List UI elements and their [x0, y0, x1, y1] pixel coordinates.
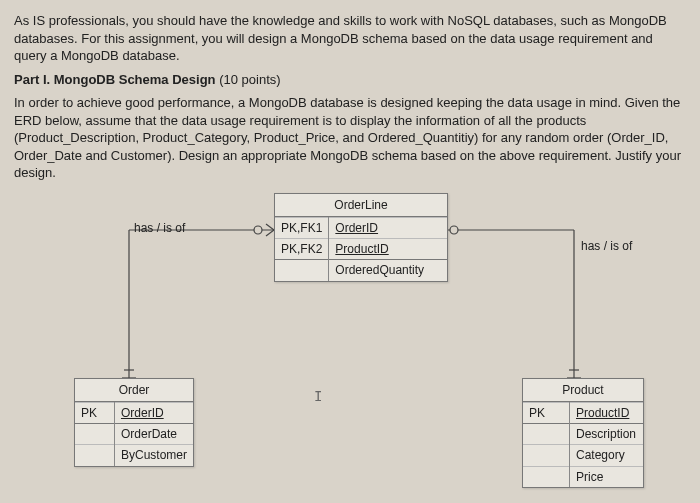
attr-cell: ByCustomer: [114, 445, 193, 466]
relationship-label-left: has / is of: [134, 220, 185, 236]
entity-row: PK,FK2 ProductID: [275, 239, 447, 260]
key-cell: PK: [523, 403, 570, 424]
entity-title: OrderLine: [275, 194, 447, 217]
attr-cell: ProductID: [570, 403, 644, 424]
entity-row: OrderedQuantity: [275, 260, 447, 281]
entity-row: Price: [523, 466, 643, 487]
attr-cell: OrderID: [329, 218, 447, 239]
attr-cell: OrderedQuantity: [329, 260, 447, 281]
key-cell: [75, 445, 114, 466]
key-cell: [75, 424, 114, 445]
part-heading: Part I. MongoDB Schema Design (10 points…: [14, 71, 686, 89]
part-title: Part I. MongoDB Schema Design: [14, 72, 216, 87]
key-cell: PK: [75, 403, 114, 424]
key-cell: [523, 424, 570, 445]
erd-diagram: has / is of has / is of OrderLine PK,FK1…: [14, 188, 686, 488]
relationship-label-right: has / is of: [581, 238, 632, 254]
entity-row: PK,FK1 OrderID: [275, 218, 447, 239]
key-cell: PK,FK1: [275, 218, 329, 239]
entity-row: Category: [523, 445, 643, 466]
svg-line-2: [266, 224, 274, 230]
attr-cell: Category: [570, 445, 644, 466]
entity-orderline: OrderLine PK,FK1 OrderID PK,FK2 ProductI…: [274, 193, 448, 282]
key-cell: [275, 260, 329, 281]
svg-line-3: [266, 230, 274, 236]
svg-point-9: [450, 226, 458, 234]
entity-title: Order: [75, 379, 193, 402]
text-cursor-icon: I: [314, 388, 322, 407]
entity-row: OrderDate: [75, 424, 193, 445]
part-body: In order to achieve good performance, a …: [14, 94, 686, 182]
key-cell: PK,FK2: [275, 239, 329, 260]
entity-row: ByCustomer: [75, 445, 193, 466]
svg-point-4: [254, 226, 262, 234]
entity-product: Product PK ProductID Description Categor…: [522, 378, 644, 488]
entity-title: Product: [523, 379, 643, 402]
attr-cell: Price: [570, 466, 644, 487]
part-points: (10 points): [216, 72, 281, 87]
key-cell: [523, 466, 570, 487]
entity-order: Order PK OrderID OrderDate ByCustomer: [74, 378, 194, 467]
attr-cell: OrderDate: [114, 424, 193, 445]
attr-cell: ProductID: [329, 239, 447, 260]
intro-text: As IS professionals, you should have the…: [14, 12, 686, 65]
key-cell: [523, 445, 570, 466]
attr-cell: Description: [570, 424, 644, 445]
entity-row: Description: [523, 424, 643, 445]
entity-row: PK OrderID: [75, 403, 193, 424]
attr-cell: OrderID: [114, 403, 193, 424]
entity-row: PK ProductID: [523, 403, 643, 424]
